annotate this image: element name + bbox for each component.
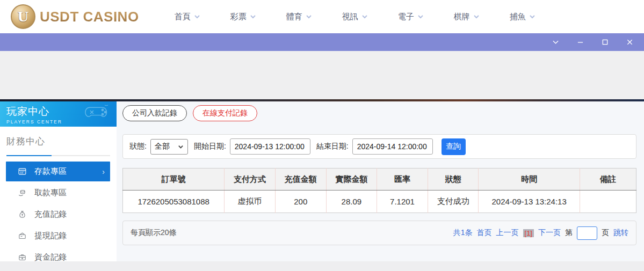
logo-letter: U [18,9,29,25]
nav-item-label: 捕魚 [510,12,526,22]
page-size-text: 每頁顯示20條 [131,228,177,238]
chevron-down-icon [250,13,256,20]
col-recharge-amount: 充值金額 [275,169,326,191]
sidebar-item-label: 提現記錄 [34,231,67,241]
cell-exchange-rate: 7.1201 [377,191,428,213]
pagination-controls: 共1条 首页 上一页 [1] 下一页 第 页 跳转 [453,226,628,240]
chevron-down-icon [178,144,184,150]
cell-time: 2024-09-13 13:24:13 [479,191,580,213]
col-status: 狀態 [428,169,479,191]
cell-status: 支付成功 [428,191,479,213]
jump-suffix-label: 页 [602,228,609,238]
main-panel: 公司入款記錄 在線支付記錄 狀態: 全部 開始日期: 結束日期: 查詢 [117,101,644,261]
main-nav: 首頁 彩票 體育 視訊 電子 棋牌 [175,12,566,22]
minimize-icon[interactable] [573,38,587,47]
nav-item-label: 首頁 [175,12,191,22]
record-tabs: 公司入款記錄 在線支付記錄 [122,105,636,121]
nav-item-label: 棋牌 [454,12,470,22]
sidebar-menu: 存款專區 › 取款專區 充值記錄 提現記錄 資金記錄 [0,156,117,267]
money-bag-icon [18,210,27,219]
jump-prefix-label: 第 [565,228,573,238]
sidebar: 玩家中心 PLAYERS CENTER 財務中心 [0,101,117,261]
sidebar-item-label: 取款專區 [34,188,67,198]
withdraw-icon [18,188,27,197]
end-date-input[interactable] [352,138,433,155]
chevron-down-icon [361,13,368,20]
nav-item-fishing[interactable]: 捕魚 [510,12,566,22]
filter-bar: 狀態: 全部 開始日期: 結束日期: 查詢 [122,134,636,159]
deposit-icon [18,167,27,176]
col-order-number: 訂單號 [123,169,225,191]
records-table: 訂單號 支付方式 充值金額 實際金額 匯率 狀態 時間 備註 172620505… [122,168,636,213]
banner-area [0,51,644,99]
sidebar-item-label: 資金記錄 [34,252,67,262]
nav-item-sports[interactable]: 體育 [286,12,342,22]
status-select-value: 全部 [155,142,170,151]
cell-payment-method: 虚拟币 [225,191,276,213]
top-header: U USDT CASINO 首頁 彩票 體育 視訊 電子 [0,0,644,33]
logo[interactable]: U USDT CASINO [11,4,139,29]
start-date-input[interactable] [230,138,310,155]
chevron-down-icon [306,13,312,20]
nav-item-label: 電子 [398,12,414,22]
section-underline [6,155,110,156]
col-payment-method: 支付方式 [225,169,276,191]
window-titlebar [0,33,644,51]
gamepad-icon [83,104,111,122]
wallet-out-icon [18,231,27,240]
chevron-right-icon: › [102,167,105,176]
col-time: 時間 [479,169,580,191]
jump-button[interactable]: 跳转 [613,228,628,238]
sidebar-item-withdraw[interactable]: 取款專區 [6,183,110,203]
nav-item-slots[interactable]: 電子 [398,12,454,22]
total-count-text: 共1条 [453,228,473,238]
status-label: 狀態: [129,142,147,151]
sidebar-item-recharge-record[interactable]: 充值記錄 [6,204,110,224]
prev-page-link[interactable]: 上一页 [496,228,519,238]
logo-coin-icon: U [11,4,35,29]
status-select[interactable]: 全部 [150,139,188,155]
chevron-down-icon [194,13,200,20]
page-jump-input[interactable] [577,226,597,240]
sidebar-item-funds-record[interactable]: 資金記錄 [6,247,110,267]
current-page-indicator: [1] [523,229,534,237]
finance-section: 財務中心 [0,127,117,156]
chevron-down-icon [417,13,424,20]
tab-online-payment-record[interactable]: 在線支付記錄 [193,105,257,121]
nav-item-label: 體育 [286,12,302,22]
nav-item-label: 彩票 [230,12,247,22]
nav-item-live[interactable]: 視訊 [342,12,398,22]
nav-item-label: 視訊 [342,12,358,22]
nav-item-home[interactable]: 首頁 [175,12,230,22]
next-page-link[interactable]: 下一页 [538,228,561,238]
app-window: U USDT CASINO 首頁 彩票 體育 視訊 電子 [0,0,644,271]
purse-icon [18,253,27,262]
cell-actual-amount: 28.09 [326,191,377,213]
maximize-icon[interactable] [598,38,612,47]
chevron-down-icon[interactable] [548,38,562,47]
table-row: 1726205053081088 虚拟币 200 28.09 7.1201 支付… [123,191,636,213]
content-area: 玩家中心 PLAYERS CENTER 財務中心 [0,101,644,261]
query-button[interactable]: 查詢 [442,138,466,155]
col-actual-amount: 實際金額 [326,169,377,191]
table-header-row: 訂單號 支付方式 充值金額 實際金額 匯率 狀態 時間 備註 [123,169,636,191]
chevron-down-icon [473,13,480,20]
tab-company-deposit-record[interactable]: 公司入款記錄 [122,105,187,121]
cell-order-number: 1726205053081088 [123,191,225,213]
finance-center-label: 財務中心 [6,135,110,148]
sidebar-item-label: 存款專區 [34,166,67,177]
logo-text: USDT CASINO [40,9,139,25]
pagination-bar: 每頁顯示20條 共1条 首页 上一页 [1] 下一页 第 页 跳转 [122,221,636,245]
chevron-down-icon [529,13,536,20]
start-date-label: 開始日期: [194,142,226,151]
cell-recharge-amount: 200 [275,191,326,213]
sidebar-header: 玩家中心 PLAYERS CENTER [0,101,117,127]
nav-item-lottery[interactable]: 彩票 [230,12,286,22]
sidebar-item-withdrawal-record[interactable]: 提現記錄 [6,226,110,246]
sidebar-item-label: 充值記錄 [34,209,67,219]
nav-item-cards[interactable]: 棋牌 [454,12,510,22]
close-icon[interactable] [623,38,636,47]
sidebar-item-deposit[interactable]: 存款專區 › [6,162,110,181]
col-exchange-rate: 匯率 [377,169,428,191]
first-page-link[interactable]: 首页 [477,228,492,238]
